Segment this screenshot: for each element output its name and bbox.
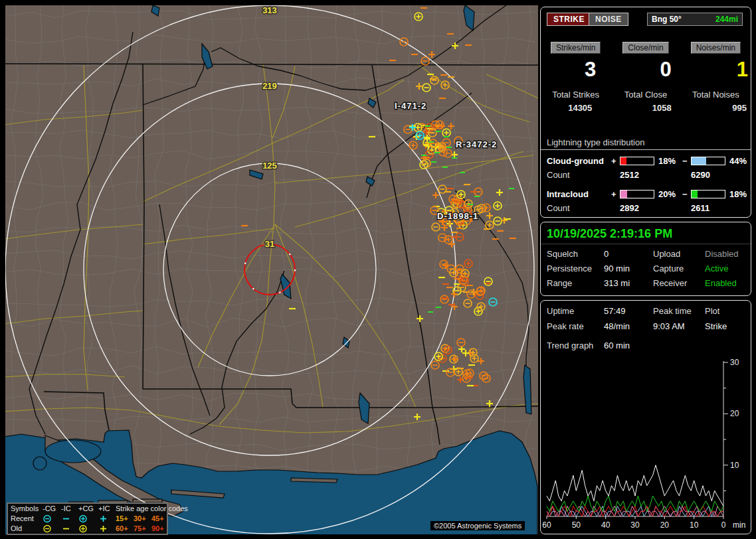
legend-in-symbol xyxy=(61,524,78,533)
intracloud-count-row: Count 2892 2611 xyxy=(541,203,751,213)
legend-cp-symbol xyxy=(78,514,98,523)
uptime-label: Uptime xyxy=(547,306,604,316)
receiver-value: Enabled xyxy=(705,278,751,288)
total-strikes-value: 14305 xyxy=(541,103,611,113)
plus-sign: + xyxy=(611,189,620,199)
svg-text:31: 31 xyxy=(265,239,274,249)
cloud-ground-label: Cloud-ground xyxy=(547,156,611,166)
legend-ip-symbol xyxy=(98,524,116,533)
app-window: 31321912531 I-471-2R-3472-2D-1898-1 Symb… xyxy=(0,0,756,539)
legend-in-symbol xyxy=(61,514,78,523)
svg-text:20: 20 xyxy=(730,409,739,418)
lightning-type-distribution: Lightning type distribution Cloud-ground… xyxy=(541,137,751,213)
trend-graph-label: Trend graph xyxy=(547,341,604,350)
legend-cn-symbol xyxy=(43,524,61,533)
svg-text:40: 40 xyxy=(601,520,611,530)
distribution-header: Lightning type distribution xyxy=(541,137,751,150)
close-per-min-chip[interactable]: Close/min xyxy=(622,42,668,54)
copyright-text: ©2005 Astrogenic Systems xyxy=(430,521,525,530)
legend-cp-symbol xyxy=(78,524,98,533)
legend-row: Old60+75+90+ xyxy=(8,524,167,534)
svg-text:I-471-2: I-471-2 xyxy=(395,101,426,111)
noise-button[interactable]: NOISE xyxy=(589,13,628,26)
svg-text:30: 30 xyxy=(730,358,739,367)
svg-text:20: 20 xyxy=(660,520,670,530)
persistence-label: Persistence xyxy=(547,264,604,273)
total-close-value: 1058 xyxy=(611,103,680,113)
legend-header: Symbols-CG-IC+CG+ICStrike age color code… xyxy=(8,504,167,514)
strikes-per-min-chip[interactable]: Strikes/min xyxy=(551,42,601,54)
svg-text:60: 60 xyxy=(542,520,551,530)
status-panel: 10/19/2025 2:19:16 PM Squelch 0 Upload D… xyxy=(540,222,751,296)
cg-pos-count: 2512 xyxy=(620,170,682,180)
plus-sign: + xyxy=(611,156,620,166)
svg-text:min: min xyxy=(733,520,745,530)
count-label: Count xyxy=(547,203,611,213)
squelch-value: 0 xyxy=(604,249,653,259)
capture-label: Capture xyxy=(653,264,705,273)
receiver-label: Receiver xyxy=(653,278,705,288)
upload-value: Disabled xyxy=(705,249,751,259)
total-noises-value: 995 xyxy=(681,103,751,113)
map-panel[interactable]: 31321912531 I-471-2R-3472-2D-1898-1 Symb… xyxy=(5,5,538,534)
strikes-per-min-value: 3 xyxy=(541,58,611,82)
bearing-distance: 244mi xyxy=(715,15,738,24)
cloud-ground-row: Cloud-ground + 18% − 44% xyxy=(541,156,751,166)
squelch-label: Squelch xyxy=(547,249,604,259)
status-row: Squelch 0 Upload Disabled xyxy=(541,249,751,259)
noises-per-min-value: 1 xyxy=(681,58,751,82)
legend-ip-symbol xyxy=(98,514,116,523)
count-label: Count xyxy=(547,170,611,180)
peak-time-label: Peak time xyxy=(653,306,705,316)
svg-text:10: 10 xyxy=(730,461,739,470)
peak-rate-label: Peak rate xyxy=(547,321,604,331)
total-noises-label: Total Noises xyxy=(681,90,751,100)
noises-per-min-chip[interactable]: Noises/min xyxy=(691,42,741,54)
cg-pos-pct: 18% xyxy=(656,156,682,166)
intracloud-label: Intracloud xyxy=(547,189,611,199)
ic-pos-count: 2892 xyxy=(620,203,682,213)
svg-text:30: 30 xyxy=(630,520,640,530)
peak-time-value: 9:03 AM xyxy=(653,321,705,331)
cg-neg-pct: 44% xyxy=(727,156,753,166)
upload-label: Upload xyxy=(653,249,705,259)
stats-panel: STRIKE NOISE Bng 50° 244mi Strikes/min 3… xyxy=(540,7,751,218)
minus-sign: − xyxy=(682,156,691,166)
svg-text:313: 313 xyxy=(262,5,277,15)
bearing-label: Bng 50° xyxy=(652,15,682,24)
small-lake xyxy=(33,457,47,470)
legend-cn-symbol xyxy=(43,514,61,523)
ic-neg-bar xyxy=(691,190,725,198)
bearing-readout: Bng 50° 244mi xyxy=(647,13,743,26)
intracloud-row: Intracloud + 20% − 18% xyxy=(541,189,751,199)
ic-neg-count: 2611 xyxy=(691,203,753,213)
cloud-ground-count-row: Count 2512 6290 xyxy=(541,170,751,180)
trend-info-row: Uptime 57:49 Peak time Plot xyxy=(541,306,751,316)
capture-value: Active xyxy=(705,264,751,273)
lightning-map[interactable]: 31321912531 I-471-2R-3472-2D-1898-1 xyxy=(5,5,538,534)
ic-pos-pct: 20% xyxy=(656,189,682,199)
cg-pos-bar xyxy=(620,157,654,165)
uptime-value: 57:49 xyxy=(604,306,653,316)
svg-text:0: 0 xyxy=(721,520,726,530)
cg-neg-count: 6290 xyxy=(691,170,753,180)
range-value: 313 mi xyxy=(604,278,653,288)
ic-neg-pct: 18% xyxy=(727,189,753,199)
svg-text:10: 10 xyxy=(690,520,699,530)
status-row: Persistence 90 min Capture Active xyxy=(541,264,751,273)
ic-pos-bar xyxy=(620,190,654,198)
trend-info-row: Peak rate 48/min 9:03 AM Strike xyxy=(541,321,751,331)
close-per-min-value: 0 xyxy=(611,58,680,82)
datetime-display: 10/19/2025 2:19:16 PM xyxy=(541,222,751,244)
trend-graph: 1020306050403020100min xyxy=(542,356,752,533)
plot-value: Strike xyxy=(705,321,751,331)
strike-button[interactable]: STRIKE xyxy=(547,13,591,26)
trend-graph-row: Trend graph 60 min xyxy=(541,341,751,350)
status-row: Range 313 mi Receiver Enabled xyxy=(541,278,751,288)
trend-panel: Uptime 57:49 Peak time Plot Peak rate 48… xyxy=(540,300,751,534)
range-label: Range xyxy=(547,278,604,288)
peak-rate-value: 48/min xyxy=(604,321,653,331)
total-close-label: Total Close xyxy=(611,90,680,100)
legend-row: Recent15+30+45+ xyxy=(8,514,167,524)
svg-text:D-1898-1: D-1898-1 xyxy=(437,211,478,221)
